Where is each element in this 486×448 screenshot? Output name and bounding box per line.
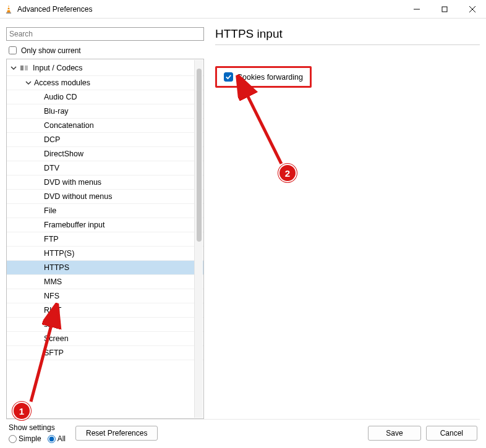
tree-item-dtv[interactable]: DTV — [7, 161, 203, 175]
reset-preferences-button[interactable]: Reset Preferences — [75, 426, 158, 441]
minimize-button[interactable] — [403, 0, 430, 19]
tree-item-https[interactable]: HTTPS — [7, 261, 203, 275]
only-show-current-row[interactable]: Only show current — [6, 44, 204, 56]
tree-item-label: Screen — [44, 334, 69, 343]
tree-item-label: satip — [44, 320, 60, 329]
vlc-cone-icon — [4, 4, 14, 14]
cookies-forwarding-checkbox[interactable] — [224, 72, 233, 82]
window-controls — [403, 0, 486, 19]
settings-panel: HTTPS input Cookies forwarding — [215, 27, 480, 419]
only-show-current-label: Only show current — [21, 46, 81, 55]
tree-item-satip[interactable]: satip — [7, 318, 203, 332]
tree: Input / CodecsAccess modulesAudio CDBlu-… — [7, 59, 203, 361]
body: Only show current Input / CodecsAccess m… — [0, 19, 486, 448]
only-show-current-checkbox[interactable] — [9, 46, 17, 54]
maximize-button[interactable] — [430, 0, 458, 19]
tree-item-label: DCP — [44, 135, 60, 144]
footer: Show settings Simple All Reset Preferenc… — [6, 419, 480, 448]
footer-right: Save Cancel — [368, 426, 477, 441]
sidebar: Only show current Input / CodecsAccess m… — [6, 27, 204, 419]
panel-title: HTTPS input — [215, 27, 480, 45]
mode-simple-radio[interactable] — [9, 435, 17, 443]
upper-area: Only show current Input / CodecsAccess m… — [6, 19, 480, 419]
close-button[interactable] — [458, 0, 486, 19]
svg-rect-9 — [25, 66, 28, 70]
tree-item-ftp[interactable]: FTP — [7, 232, 203, 247]
search-input[interactable] — [6, 27, 204, 41]
tree-item-label: FTP — [44, 235, 59, 243]
tree-item-label: File — [44, 206, 56, 215]
codec-icon — [19, 63, 29, 73]
tree-item-label: NFS — [44, 292, 59, 300]
tree-wrap: Input / CodecsAccess modulesAudio CDBlu-… — [6, 59, 204, 419]
tree-item-label: DVD with menus — [44, 178, 101, 187]
tree-scrollbar[interactable] — [194, 60, 203, 418]
tree-item-label: Audio CD — [44, 93, 77, 101]
tree-item-mms[interactable]: MMS — [7, 275, 203, 289]
svg-rect-2 — [8, 7, 10, 8]
tree-item-nfs[interactable]: NFS — [7, 289, 203, 303]
show-settings-radios: Simple All — [9, 434, 66, 443]
cookies-forwarding-label: Cookies forwarding — [237, 73, 303, 82]
window-title: Advanced Preferences — [17, 5, 403, 14]
tree-item-label: DVD without menus — [44, 192, 112, 201]
tree-item-label: SFTP — [44, 349, 64, 357]
tree-item-file[interactable]: File — [7, 204, 203, 218]
tree-item-rist[interactable]: RIST — [7, 303, 203, 318]
tree-item-label: DTV — [44, 164, 59, 172]
show-settings-label: Show settings — [9, 423, 66, 432]
footer-left: Show settings Simple All — [9, 423, 66, 443]
tree-item-audio-cd[interactable]: Audio CD — [7, 90, 203, 104]
tree-item-directshow[interactable]: DirectShow — [7, 147, 203, 161]
tree-item-dvd-with-menus[interactable]: DVD with menus — [7, 175, 203, 190]
tree-item-access-modules[interactable]: Access modules — [7, 76, 203, 90]
tree-item-label: MMS — [44, 277, 62, 286]
tree-item-blu-ray[interactable]: Blu-ray — [7, 104, 203, 119]
mode-simple[interactable]: Simple — [9, 434, 41, 443]
tree-item-label: Blu-ray — [44, 107, 69, 116]
svg-rect-5 — [442, 7, 447, 12]
svg-marker-0 — [7, 5, 11, 13]
cookies-forwarding-row[interactable]: Cookies forwarding — [220, 70, 307, 84]
mode-all-radio[interactable] — [48, 435, 56, 443]
titlebar: Advanced Preferences — [0, 0, 486, 19]
tree-item-framebuffer-input[interactable]: Framebuffer input — [7, 218, 203, 232]
svg-rect-3 — [7, 9, 10, 11]
tree-item-label: Concatenation — [44, 121, 94, 130]
svg-rect-1 — [6, 12, 11, 14]
tree-item-label: DirectShow — [44, 150, 83, 158]
tree-item-dvd-without-menus[interactable]: DVD without menus — [7, 190, 203, 204]
mode-all[interactable]: All — [48, 434, 66, 443]
tree-item-http-s-[interactable]: HTTP(S) — [7, 247, 203, 261]
save-button[interactable]: Save — [368, 426, 420, 441]
tree-item-label: HTTP(S) — [44, 249, 74, 258]
tree-item-input-codecs[interactable]: Input / Codecs — [7, 61, 203, 76]
tree-item-concatenation[interactable]: Concatenation — [7, 119, 203, 133]
chevron-down-icon — [24, 78, 33, 87]
chevron-down-icon — [9, 64, 18, 72]
tree-item-sftp[interactable]: SFTP — [7, 346, 203, 360]
cancel-button[interactable]: Cancel — [426, 426, 477, 441]
tree-item-dcp[interactable]: DCP — [7, 133, 203, 147]
svg-rect-8 — [20, 66, 23, 70]
window: Advanced Preferences Only show current — [0, 0, 486, 448]
tree-item-screen[interactable]: Screen — [7, 332, 203, 346]
tree-item-label: Input / Codecs — [33, 64, 83, 72]
tree-item-label: RIST — [44, 306, 61, 315]
annotation-highlight: Cookies forwarding — [215, 66, 312, 88]
tree-item-label: HTTPS — [44, 263, 69, 272]
tree-item-label: Access modules — [34, 78, 90, 87]
tree-item-label: Framebuffer input — [44, 221, 104, 229]
